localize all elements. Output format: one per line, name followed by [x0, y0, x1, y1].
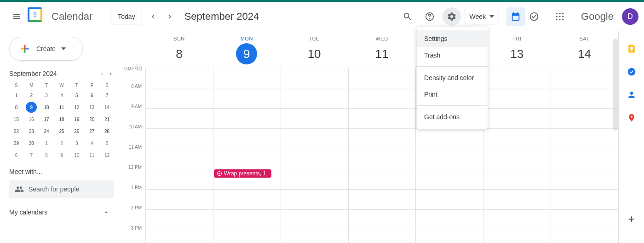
hour-cell[interactable] — [145, 149, 213, 169]
create-button[interactable]: Create — [9, 37, 83, 61]
keep-app-icon[interactable] — [626, 43, 637, 54]
today-button[interactable]: Today — [111, 9, 142, 24]
hour-cell[interactable] — [281, 190, 348, 209]
mini-day-cell[interactable]: 4 — [56, 90, 67, 101]
mini-day-cell[interactable]: 26 — [71, 126, 82, 137]
hour-cell[interactable] — [483, 210, 551, 230]
mini-day-cell[interactable]: 5 — [71, 90, 82, 101]
hour-cell[interactable] — [551, 68, 618, 88]
mini-day-cell[interactable]: 27 — [86, 126, 98, 137]
hour-cell[interactable] — [551, 109, 618, 128]
mini-day-cell[interactable]: 21 — [102, 114, 113, 125]
hour-cell[interactable] — [213, 109, 281, 128]
hour-cell[interactable] — [551, 190, 618, 209]
hour-cell[interactable] — [145, 230, 213, 243]
mini-day-cell[interactable]: 3 — [71, 138, 82, 149]
mini-day-cell[interactable]: 15 — [11, 114, 22, 125]
mini-day-cell[interactable]: 24 — [41, 126, 52, 137]
mini-day-cell[interactable]: 23 — [26, 126, 37, 137]
hour-cell[interactable] — [415, 149, 483, 169]
mini-day-cell[interactable]: 10 — [71, 150, 82, 161]
mini-day-cell[interactable]: 7 — [26, 150, 37, 161]
day-header[interactable]: WED11 — [348, 31, 416, 68]
mini-day-cell[interactable]: 12 — [71, 102, 82, 113]
hour-cell[interactable] — [281, 210, 348, 230]
tasks-view-button[interactable] — [525, 7, 543, 26]
hour-cell[interactable] — [348, 210, 416, 230]
settings-button[interactable] — [443, 7, 461, 26]
hour-cell[interactable] — [415, 210, 483, 230]
hour-cell[interactable] — [551, 169, 618, 189]
prev-period-button[interactable] — [146, 9, 161, 24]
hour-row[interactable] — [145, 210, 618, 230]
day-header[interactable]: SAT14 — [551, 31, 618, 68]
hour-cell[interactable] — [483, 149, 551, 169]
mini-day-cell[interactable]: 13 — [86, 102, 98, 113]
hour-cell[interactable] — [551, 129, 618, 149]
view-switcher[interactable]: Week — [465, 9, 500, 24]
contacts-app-icon[interactable] — [626, 89, 637, 100]
hour-cell[interactable] — [145, 129, 213, 149]
menu-item-print[interactable]: Print — [417, 86, 488, 103]
mini-day-cell[interactable]: 22 — [11, 126, 22, 137]
mini-day-cell[interactable]: 1 — [41, 138, 52, 149]
menu-item-settings[interactable]: Settings — [417, 30, 488, 47]
hour-cell[interactable] — [145, 109, 213, 128]
mini-day-cell[interactable]: 10 — [41, 102, 52, 113]
day-header[interactable]: SUN8 — [145, 31, 213, 68]
account-avatar[interactable]: D — [622, 8, 638, 25]
mini-day-cell[interactable]: 9 — [56, 150, 67, 161]
hour-cell[interactable] — [213, 149, 281, 169]
maps-app-icon[interactable] — [626, 112, 637, 123]
hour-cell[interactable] — [348, 169, 416, 189]
hour-cell[interactable] — [483, 190, 551, 209]
hour-row[interactable] — [145, 109, 618, 129]
hour-cell[interactable] — [281, 230, 348, 243]
day-header[interactable]: TUE10 — [281, 31, 348, 68]
mini-day-cell[interactable]: 2 — [26, 90, 37, 101]
hour-cell[interactable] — [483, 88, 551, 108]
hour-row[interactable] — [145, 190, 618, 210]
mini-day-cell[interactable]: 2 — [56, 138, 67, 149]
scrollbar[interactable] — [613, 39, 618, 131]
menu-item-density-and-color[interactable]: Density and color — [417, 69, 488, 86]
mini-day-cell[interactable]: 14 — [102, 102, 113, 113]
hour-cell[interactable] — [281, 109, 348, 128]
main-menu-button[interactable] — [6, 6, 28, 28]
hour-cell[interactable] — [213, 210, 281, 230]
hour-cell[interactable] — [348, 88, 416, 108]
hour-cell[interactable] — [145, 190, 213, 209]
my-calendars-toggle[interactable]: My calendars — [9, 208, 114, 216]
hour-row[interactable] — [145, 129, 618, 149]
hour-cell[interactable] — [348, 109, 416, 128]
hour-row[interactable] — [145, 68, 618, 88]
hour-cell[interactable] — [213, 230, 281, 243]
mini-day-cell[interactable]: 11 — [86, 150, 98, 161]
hour-cell[interactable] — [145, 210, 213, 230]
hour-cell[interactable] — [483, 169, 551, 189]
hours-grid[interactable]: Wrap presents, 1 — [145, 68, 618, 243]
hour-cell[interactable] — [483, 230, 551, 243]
hour-row[interactable] — [145, 230, 618, 243]
hour-cell[interactable] — [348, 230, 416, 243]
mini-day-cell[interactable]: 18 — [56, 114, 67, 125]
hour-cell[interactable] — [415, 129, 483, 149]
mini-day-cell[interactable]: 1 — [11, 90, 22, 101]
hour-cell[interactable] — [483, 109, 551, 128]
mini-day-cell[interactable]: 8 — [41, 150, 52, 161]
hour-row[interactable] — [145, 149, 618, 169]
hour-cell[interactable] — [213, 190, 281, 209]
mini-day-cell[interactable]: 3 — [41, 90, 52, 101]
mini-day-cell[interactable]: 4 — [86, 138, 98, 149]
hour-row[interactable] — [145, 88, 618, 109]
hour-cell[interactable] — [483, 68, 551, 88]
add-addon-button[interactable]: + — [626, 214, 637, 225]
hour-cell[interactable] — [551, 149, 618, 169]
mini-day-cell[interactable]: 30 — [26, 138, 37, 149]
mini-day-cell[interactable]: 9 — [26, 102, 37, 113]
day-header[interactable]: FRI13 — [483, 31, 551, 68]
mini-next-button[interactable]: › — [109, 70, 111, 77]
hour-cell[interactable] — [281, 149, 348, 169]
hour-cell[interactable] — [145, 169, 213, 189]
google-apps-button[interactable] — [551, 7, 569, 26]
